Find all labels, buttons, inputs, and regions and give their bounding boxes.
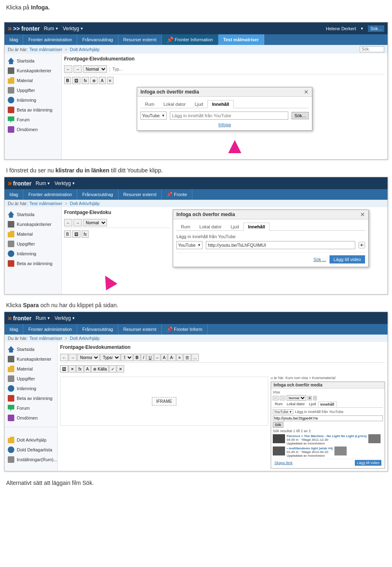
tab-resurser-1[interactable]: Resurser externt bbox=[118, 34, 162, 45]
toolbar-b-1[interactable]: B bbox=[64, 77, 71, 84]
modal-tab-ljud-1[interactable]: Ljud bbox=[190, 100, 208, 108]
tb-check-3[interactable]: ✓ bbox=[109, 365, 116, 373]
toolbar-redo-2[interactable]: → bbox=[74, 219, 82, 226]
nav-rum-2[interactable]: Rum ▼ bbox=[36, 181, 50, 186]
nav-rum-1[interactable]: Rum ▼ bbox=[44, 26, 58, 31]
small-sok-btn-3[interactable]: Sök bbox=[273, 422, 283, 428]
modal-search-btn-1[interactable]: Sök... bbox=[292, 112, 309, 119]
tab-fronte-2[interactable]: 📌 Fronte bbox=[162, 189, 192, 200]
small-normal-select[interactable]: Normal bbox=[287, 395, 306, 401]
tb-b-2[interactable]: B bbox=[64, 230, 71, 238]
sidebar-item-inlamning-2[interactable]: Inlämning bbox=[4, 249, 61, 259]
size-select[interactable]: Srl... bbox=[121, 354, 133, 361]
toolbar-undo-2[interactable]: ← bbox=[64, 219, 72, 226]
toolbar-more-1[interactable]: ⊕ bbox=[90, 77, 98, 84]
youtube-input-1[interactable] bbox=[170, 112, 288, 120]
tb-underline-3[interactable]: U bbox=[147, 354, 154, 361]
tab-idag-3[interactable]: Idag bbox=[4, 324, 23, 335]
nav-verktyg-3[interactable]: Verktyg ▼ bbox=[54, 315, 75, 321]
sidebar-item-uppgifter-2[interactable]: Uppgifter bbox=[4, 239, 61, 249]
modal-close-1[interactable]: ✕ bbox=[304, 89, 309, 95]
sidebar-item-kunskaps-2[interactable]: Kunskapskriterier bbox=[4, 219, 61, 229]
sidebar-item-startsida-3[interactable]: Startsida bbox=[4, 344, 57, 354]
tb-x-3[interactable]: ✕ bbox=[117, 365, 124, 373]
toolbar-undo-1[interactable]: ← bbox=[64, 65, 72, 73]
small-result-title-2[interactable]: • multifandoms light (wlsb #4) bbox=[287, 446, 333, 450]
tab-idag-1[interactable]: Idag bbox=[4, 34, 23, 45]
small-url-input-3[interactable] bbox=[273, 415, 383, 421]
sidebar-item-installningar[interactable]: Inställningar(Rum)... bbox=[4, 455, 57, 464]
tb-color-3[interactable]: A bbox=[161, 354, 168, 361]
sidebar-item-omdomen-1[interactable]: Omdömen bbox=[4, 125, 61, 134]
tab-finfo-1[interactable]: 📌 Fronter Information bbox=[162, 34, 218, 45]
sidebar-item-uppgifter-3[interactable]: Uppgifter bbox=[4, 374, 57, 384]
tab-franvar-2[interactable]: Frånvaroutdrag bbox=[77, 189, 118, 200]
small-tb-undo[interactable]: ← bbox=[273, 396, 278, 400]
sidebar-item-beta-1[interactable]: Beta av inlämning bbox=[4, 105, 61, 115]
small-tab-rum-3[interactable]: Rum bbox=[273, 402, 285, 407]
tb-list-3[interactable]: ☰ bbox=[183, 354, 191, 361]
lagg-till-btn-3[interactable]: Lägg till video bbox=[355, 460, 381, 466]
sidebar-item-startsida-2[interactable]: Startsida bbox=[4, 210, 61, 219]
tb-redo-3[interactable]: → bbox=[69, 354, 77, 361]
sidebar-item-inlamning-1[interactable]: Inlämning bbox=[4, 95, 61, 105]
sidebar-item-dolt-arkiv[interactable]: Dolt Arkiv/hjälp bbox=[4, 435, 57, 445]
tab-idag-2[interactable]: Idag bbox=[4, 189, 23, 200]
bc-search-input-1[interactable] bbox=[360, 46, 384, 52]
small-tb-redo[interactable]: → bbox=[280, 396, 285, 400]
sidebar-item-kunskaps-1[interactable]: Kunskapskriterier bbox=[4, 66, 61, 76]
sidebar-item-material-1[interactable]: Material bbox=[4, 76, 61, 85]
tb-undo-3[interactable]: ← bbox=[60, 354, 68, 361]
tb-img-2[interactable]: 🖼 bbox=[72, 230, 80, 238]
tab-franvar-1[interactable]: Frånvaroutdrag bbox=[77, 34, 118, 45]
tb-italic-3[interactable]: I bbox=[141, 354, 146, 361]
sidebar-item-beta-3[interactable]: Beta av inlämning bbox=[4, 393, 57, 403]
sidebar-item-material-3[interactable]: Material bbox=[4, 364, 57, 374]
small-tb-i[interactable]: I bbox=[313, 396, 316, 400]
nav-search-btn-1[interactable]: Sök... bbox=[368, 25, 384, 32]
typeset-select[interactable]: Typsnitt bbox=[100, 354, 120, 361]
toolbar-img-1[interactable]: 🖼 bbox=[72, 77, 80, 84]
url-input-2[interactable] bbox=[206, 241, 355, 249]
tab-fadmin-2[interactable]: Fronter administration bbox=[23, 189, 77, 200]
small-tab-ljud-3[interactable]: Ljud bbox=[307, 402, 318, 407]
sidebar-item-omdomen-3[interactable]: Omdömen bbox=[4, 413, 57, 423]
small-yt-select-3[interactable]: YouTube ▼ bbox=[273, 409, 293, 414]
nav-verktyg-1[interactable]: Verktyg ▼ bbox=[63, 26, 84, 31]
nav-verktyg-2[interactable]: Verktyg ▼ bbox=[54, 181, 75, 186]
modal-tab-rum-1[interactable]: Rum bbox=[140, 100, 159, 108]
tab-fadmin-1[interactable]: Fronter administration bbox=[23, 34, 77, 45]
modal-tab-ljud-2[interactable]: Ljud bbox=[226, 223, 244, 231]
bc-link-dolt-3[interactable]: Dolt Arkiv/hjälp bbox=[70, 336, 100, 341]
bc-link-test-2[interactable]: Test målmatriser bbox=[29, 201, 62, 206]
bc-link-dolt-2[interactable]: Dolt Arkiv/hjälp bbox=[70, 201, 100, 206]
tb-kata-3[interactable]: ⊕ Källa bbox=[91, 365, 109, 373]
toolbar-align-1[interactable]: ≡ bbox=[107, 77, 114, 84]
tab-resurser-3[interactable]: Resurser externt bbox=[118, 324, 162, 335]
youtube-select-1[interactable]: YouTube ▼ bbox=[140, 112, 167, 120]
tb-align-3[interactable]: ≡ bbox=[176, 354, 183, 361]
tb-strike-3[interactable]: – bbox=[154, 354, 160, 361]
lagg-till-btn-2[interactable]: Lägg till video bbox=[330, 255, 365, 263]
sidebar-item-material-2[interactable]: Material bbox=[4, 229, 61, 239]
youtube-select-2[interactable]: YouTube ▼ bbox=[176, 241, 203, 249]
tb-fx-2[interactable]: fx bbox=[82, 230, 89, 238]
toolbar-fx-1[interactable]: fx bbox=[82, 77, 89, 84]
sok-btn-2[interactable]: Sök ... bbox=[314, 257, 326, 262]
toolbar-a-1[interactable]: A bbox=[99, 77, 106, 84]
format-select-3[interactable]: Normal bbox=[77, 354, 100, 361]
sidebar-item-startsida-1[interactable]: Startsida bbox=[4, 56, 61, 66]
small-tb-b[interactable]: B bbox=[307, 396, 312, 400]
sidebar-item-kunskaps-3[interactable]: Kunskapskriterier bbox=[4, 354, 57, 364]
sidebar-item-inlamning-3[interactable]: Inlämning bbox=[4, 384, 57, 393]
tb-bold-3[interactable]: B bbox=[134, 354, 140, 361]
infoga-link-1[interactable]: Infoga bbox=[140, 122, 309, 127]
tb-fx-3[interactable]: fx bbox=[76, 365, 84, 373]
tab-fadmin-3[interactable]: Fronter administration bbox=[23, 324, 77, 335]
small-tab-innehall-3[interactable]: Innehåll bbox=[318, 402, 337, 407]
nav-rum-3[interactable]: Rum ▼ bbox=[36, 315, 50, 321]
tab-test-1[interactable]: Test målmatriser bbox=[218, 34, 264, 45]
modal-close-2[interactable]: ✕ bbox=[360, 212, 365, 217]
tb-more2-3[interactable]: ... bbox=[192, 354, 199, 361]
skapa-link-3[interactable]: Skapa länk bbox=[274, 461, 293, 465]
